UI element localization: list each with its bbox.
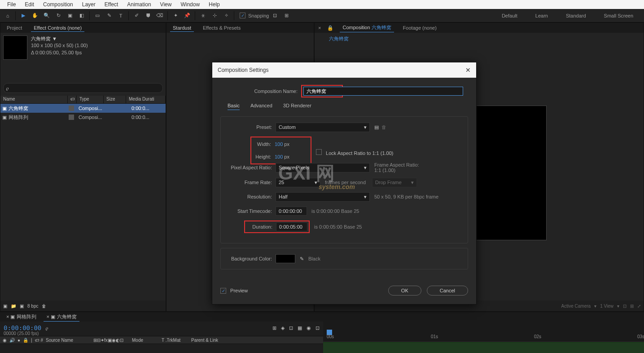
snapping-checkbox[interactable] <box>240 13 245 18</box>
snap-option2-icon[interactable]: ⊞ <box>282 11 292 21</box>
workspace-default[interactable]: Default <box>502 13 517 18</box>
new-folder-icon[interactable]: 📁 <box>11 304 16 309</box>
menu-effect[interactable]: Effect <box>100 1 123 8</box>
solo-column-icon[interactable]: ● <box>18 338 20 343</box>
col-type[interactable]: Type <box>77 96 104 103</box>
tab-effect-controls[interactable]: Effect Controls (none) <box>31 24 84 32</box>
comp-breadcrumb[interactable]: 六角蜂窝 <box>329 36 349 41</box>
bpc-label[interactable]: 8 bpc <box>27 304 38 309</box>
tab-footage[interactable]: Footage (none) <box>400 24 439 31</box>
menu-animation[interactable]: Animation <box>123 1 155 8</box>
col-trkmat[interactable]: T .TrkMat <box>162 338 188 343</box>
close-icon[interactable]: × <box>318 25 321 31</box>
timeline-tab[interactable]: × ▣ 网格阵列 <box>4 313 39 321</box>
col-parent[interactable]: Parent & Link <box>191 338 218 343</box>
tab-project[interactable]: Project <box>4 24 25 31</box>
local-axis-icon[interactable]: ⚹ <box>198 11 208 21</box>
audio-column-icon[interactable]: 🔊 <box>9 338 15 343</box>
menu-window[interactable]: Window <box>176 1 204 8</box>
cancel-button[interactable]: Cancel <box>427 286 468 296</box>
view-axis-icon[interactable]: ✧ <box>221 11 231 21</box>
close-icon[interactable]: ✕ <box>465 66 471 74</box>
delete-preset-icon: 🗑 <box>381 124 386 130</box>
eye-column-icon[interactable]: ◉ <box>3 338 7 343</box>
col-name[interactable]: Name <box>0 96 68 103</box>
col-mode[interactable]: Mode <box>132 338 159 343</box>
world-axis-icon[interactable]: ⊹ <box>210 11 219 21</box>
text-tool-icon[interactable]: T <box>116 11 126 21</box>
timeline-search-icon[interactable]: 𝜌 <box>46 325 48 331</box>
lock-column-icon[interactable]: 🔒 <box>23 338 28 343</box>
viewer-option-icon[interactable]: ⊡ <box>623 304 626 309</box>
comp-name-input[interactable] <box>303 87 342 96</box>
save-preset-icon[interactable]: ▤ <box>374 124 379 130</box>
width-value[interactable]: 100 <box>275 141 283 147</box>
trash-icon[interactable]: 🗑 <box>42 304 46 309</box>
timeline-icon[interactable]: ⊡ <box>315 325 320 331</box>
tab-stardust[interactable]: Stardust <box>170 24 194 32</box>
timeline-icon[interactable]: ⊡ <box>289 325 293 331</box>
zoom-tool-icon[interactable]: 🔍 <box>42 11 52 21</box>
start-timecode-input[interactable] <box>276 207 307 216</box>
pan-behind-icon[interactable]: ◧ <box>77 11 87 21</box>
eyedropper-icon[interactable]: ✎ <box>300 256 304 262</box>
preset-dropdown[interactable]: Custom▾ <box>276 123 370 132</box>
tab-composition[interactable]: Composition 六角蜂窝 <box>340 23 394 32</box>
col-size[interactable]: Size <box>104 96 126 103</box>
timeline-icon[interactable]: ▦ <box>298 325 302 331</box>
menu-view[interactable]: View <box>156 1 176 8</box>
snap-option-icon[interactable]: ⊡ <box>270 11 280 21</box>
height-value[interactable]: 100 <box>275 154 283 159</box>
tab-3d-renderer[interactable]: 3D Renderer <box>283 103 311 110</box>
comp-name-input-ext[interactable] <box>342 87 463 96</box>
framerate-dropdown[interactable]: 25▾ <box>276 178 320 187</box>
timeline-track-area[interactable] <box>323 342 644 353</box>
menu-help[interactable]: Help <box>204 1 224 8</box>
menu-edit[interactable]: Edit <box>20 1 39 8</box>
pen-tool-icon[interactable]: ✎ <box>104 11 114 21</box>
tab-advanced[interactable]: Advanced <box>250 103 272 110</box>
menu-composition[interactable]: Composition <box>39 1 78 8</box>
lock-icon[interactable]: 🔒 <box>327 25 333 31</box>
bgcolor-swatch[interactable] <box>276 254 295 263</box>
tab-effects-presets[interactable]: Effects & Presets <box>200 24 243 31</box>
menu-file[interactable]: File <box>3 1 20 8</box>
project-search-input[interactable]: 𝜌 <box>3 83 163 93</box>
timeline-icon[interactable]: ◈ <box>281 325 285 331</box>
col-media-duration[interactable]: Media Durati <box>126 96 166 103</box>
project-row[interactable]: ▣ 六角蜂窝 Composi... 0:00:0... <box>0 104 166 113</box>
timeline-tab[interactable]: × ▣ 六角蜂窝 <box>44 313 79 322</box>
workspace-learn[interactable]: Learn <box>535 13 548 18</box>
preview-checkbox[interactable] <box>220 288 226 294</box>
ok-button[interactable]: OK <box>388 286 421 296</box>
project-row[interactable]: ▣ 网格阵列 Composi... 0:00:0... <box>0 113 166 122</box>
timeline-icon[interactable]: ⊞ <box>272 325 276 331</box>
eraser-tool-icon[interactable]: ⌫ <box>155 11 165 21</box>
viewer-option-icon[interactable]: ⤢ <box>637 304 641 309</box>
timeline-icon[interactable]: ◉ <box>307 325 311 331</box>
stamp-tool-icon[interactable]: ⛊ <box>143 11 153 21</box>
workspace-standard[interactable]: Standard <box>566 13 586 18</box>
par-dropdown[interactable]: Square Pixels▾ <box>276 163 370 172</box>
orbit-tool-icon[interactable]: ↻ <box>53 11 63 21</box>
menu-layer[interactable]: Layer <box>78 1 100 8</box>
selection-tool-icon[interactable]: ▶ <box>18 11 28 21</box>
lock-aspect-checkbox[interactable] <box>316 149 322 155</box>
rectangle-tool-icon[interactable]: ▭ <box>92 11 102 21</box>
interpret-icon[interactable]: ▣ <box>3 304 7 309</box>
tab-basic[interactable]: Basic <box>228 103 240 110</box>
brush-tool-icon[interactable]: ✐ <box>131 11 141 21</box>
resolution-dropdown[interactable]: Half▾ <box>276 192 370 202</box>
viewer-option-icon[interactable]: ⊞ <box>630 304 634 309</box>
roto-tool-icon[interactable]: ✦ <box>171 11 180 21</box>
home-icon[interactable]: ⌂ <box>3 11 13 21</box>
camera-tool-icon[interactable]: ▣ <box>65 11 75 21</box>
duration-input[interactable] <box>276 222 307 231</box>
puppet-tool-icon[interactable]: 📌 <box>182 11 192 21</box>
hand-tool-icon[interactable]: ✋ <box>30 11 40 21</box>
active-camera-dropdown[interactable]: Active Camera <box>561 304 591 309</box>
new-comp-icon[interactable]: ▣ <box>20 304 24 309</box>
view-count-dropdown[interactable]: 1 View <box>600 304 613 309</box>
workspace-small-screen[interactable]: Small Screen <box>604 13 633 18</box>
col-source-name[interactable]: Source Name <box>46 338 91 343</box>
